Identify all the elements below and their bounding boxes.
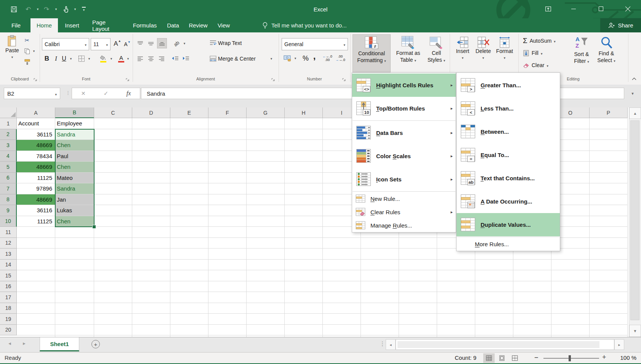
cell-styles-button[interactable]: CellStyles xyxy=(425,34,448,72)
borders-icon[interactable] xyxy=(77,54,86,63)
align-center-icon[interactable] xyxy=(146,54,155,63)
ribbon-tab-home[interactable]: Home xyxy=(30,18,58,32)
zoom-out-icon[interactable]: − xyxy=(534,354,538,362)
cell-A7[interactable]: 97896 xyxy=(17,183,55,194)
align-right-icon[interactable] xyxy=(157,54,166,63)
horizontal-scrollbar-thumb[interactable] xyxy=(397,341,599,348)
close-icon[interactable] xyxy=(621,3,634,14)
clipboard-dialog-launcher-icon[interactable] xyxy=(34,77,38,82)
cell-B2[interactable]: Sandra xyxy=(55,129,94,140)
orientation-caret-icon[interactable] xyxy=(182,41,187,46)
alignment-dialog-launcher-icon[interactable] xyxy=(271,77,276,82)
column-header-C[interactable]: C xyxy=(94,107,132,118)
cell-B10[interactable]: Chen xyxy=(55,216,94,227)
zoom-in-icon[interactable]: + xyxy=(602,353,606,361)
expand-formula-bar-icon[interactable]: ▾ xyxy=(627,89,638,98)
bottom-align-icon[interactable] xyxy=(157,38,167,48)
delete-cells-button[interactable]: Delete xyxy=(473,34,493,72)
row-header-17[interactable]: 17 xyxy=(0,292,17,303)
column-header-D[interactable]: D xyxy=(132,107,170,118)
insert-function-icon[interactable]: fx xyxy=(127,90,131,97)
ribbon-tab-file[interactable]: File xyxy=(3,18,29,32)
top-align-icon[interactable] xyxy=(136,39,145,48)
cell-A10[interactable]: 11125 xyxy=(17,216,55,227)
wrap-text-icon[interactable] xyxy=(209,38,217,48)
share-button[interactable]: Share xyxy=(600,18,641,32)
vertical-scrollbar-thumb[interactable] xyxy=(630,120,639,320)
collapse-ribbon-icon[interactable] xyxy=(630,75,639,83)
menu-item-more-rules[interactable]: More Rules... xyxy=(457,237,560,251)
hscroll-right-icon[interactable]: ▸ xyxy=(614,339,624,350)
zoom-slider-track[interactable] xyxy=(543,358,599,359)
cell-A8[interactable]: 48669 xyxy=(17,194,55,205)
normal-view-icon[interactable] xyxy=(483,353,495,363)
cell-A6[interactable]: 11125 xyxy=(17,173,55,183)
row-header-6[interactable]: 6 xyxy=(0,173,17,184)
column-header-B[interactable]: B xyxy=(55,107,94,118)
cut-icon[interactable]: ✂ xyxy=(23,36,31,45)
row-header-18[interactable]: 18 xyxy=(0,303,17,314)
underline-button[interactable]: U xyxy=(60,53,68,64)
format-cells-button[interactable]: Format xyxy=(494,34,515,72)
column-header-A[interactable]: A xyxy=(17,107,55,118)
wrap-text-button[interactable]: Wrap Text xyxy=(218,38,252,48)
menu-item-less-than[interactable]: <Less Than... xyxy=(457,97,560,120)
fill-color-icon[interactable] xyxy=(98,53,108,64)
cell-B5[interactable]: Chen xyxy=(55,162,94,172)
font-dialog-launcher-icon[interactable] xyxy=(126,77,130,82)
ribbon-display-options-icon[interactable] xyxy=(542,3,554,14)
menu-item-top-bottom-rules[interactable]: 10Top/Bottom Rules▸ xyxy=(352,97,456,120)
copy-icon[interactable] xyxy=(23,47,31,55)
menu-item-greater-than[interactable]: >Greater Than... xyxy=(457,74,560,97)
page-layout-view-icon[interactable] xyxy=(496,353,508,363)
row-header-15[interactable]: 15 xyxy=(0,270,17,281)
decrease-indent-icon[interactable] xyxy=(171,54,180,63)
scroll-up-icon[interactable]: ▲ xyxy=(629,107,641,119)
new-sheet-icon[interactable]: + xyxy=(91,340,100,348)
orientation-icon[interactable]: ab xyxy=(171,39,181,48)
menu-item-duplicate-values[interactable]: Duplicate Values... xyxy=(457,213,560,236)
ribbon-tab-formulas[interactable]: Formulas xyxy=(129,18,161,32)
hscroll-left-icon[interactable]: ◂ xyxy=(386,339,396,350)
row-header-13[interactable]: 13 xyxy=(0,249,17,260)
copy-caret-icon[interactable] xyxy=(32,48,36,54)
name-box[interactable]: B2 xyxy=(4,88,60,99)
decrease-font-size-button[interactable]: A▼ xyxy=(123,40,132,49)
next-sheet-icon[interactable]: ► xyxy=(22,341,26,346)
row-header-19[interactable]: 19 xyxy=(0,314,17,325)
format-as-table-button[interactable]: Format asTable xyxy=(393,34,424,72)
cell-B9[interactable]: Lukas xyxy=(55,205,94,216)
menu-item-clear-rules[interactable]: Clear Rules▸ xyxy=(352,205,456,219)
middle-align-icon[interactable] xyxy=(146,39,155,48)
accounting-format-icon[interactable] xyxy=(283,53,293,63)
column-header-F[interactable]: F xyxy=(208,107,247,118)
row-header-20[interactable]: 20 xyxy=(0,325,17,336)
fill-color-caret-icon[interactable] xyxy=(109,56,114,61)
percent-style-button[interactable]: % xyxy=(301,53,310,63)
increase-decimal-button[interactable]: ←←.0.00 xyxy=(322,53,333,63)
cell-B8[interactable]: Jan xyxy=(55,194,94,205)
cell-A1[interactable]: Account xyxy=(17,118,55,129)
autosum-button[interactable]: Σ AutoSum xyxy=(523,36,569,45)
select-all-corner[interactable] xyxy=(0,107,17,118)
ribbon-tab-page-layout[interactable]: Page Layout xyxy=(86,18,127,32)
menu-item-text-that-contains[interactable]: abText that Contains... xyxy=(457,167,560,190)
row-header-10[interactable]: 10 xyxy=(0,216,17,227)
comma-style-button[interactable]: , xyxy=(311,51,318,61)
ribbon-tab-data[interactable]: Data xyxy=(162,18,184,32)
decrease-decimal-button[interactable]: .00→→.0 xyxy=(335,53,346,63)
row-header-16[interactable]: 16 xyxy=(0,281,17,292)
formula-bar-gripper-icon[interactable]: ⋮ xyxy=(66,90,70,96)
paste-button[interactable]: Paste xyxy=(3,35,21,59)
ribbon-tab-view[interactable]: View xyxy=(213,18,235,32)
number-dialog-launcher-icon[interactable] xyxy=(342,77,347,82)
font-size-combo[interactable]: 11 xyxy=(91,38,111,50)
page-break-preview-icon[interactable] xyxy=(509,353,521,363)
italic-button[interactable]: I xyxy=(53,53,59,64)
accounting-caret-icon[interactable] xyxy=(293,56,298,61)
increase-indent-icon[interactable] xyxy=(181,54,191,63)
previous-sheet-icon[interactable]: ◄ xyxy=(8,341,12,346)
horizontal-scrollbar[interactable] xyxy=(396,339,614,350)
column-header-P[interactable]: P xyxy=(590,107,628,118)
column-header-E[interactable]: E xyxy=(170,107,208,118)
